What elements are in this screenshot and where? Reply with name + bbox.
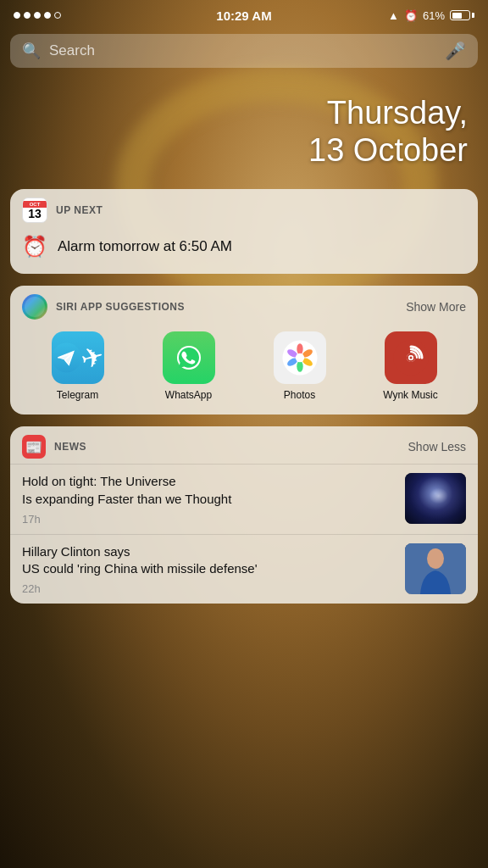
photos-label: Photos: [284, 389, 315, 401]
show-more-button[interactable]: Show More: [406, 300, 466, 314]
app-grid: Telegram WhatsApp: [10, 328, 478, 415]
svg-point-16: [409, 357, 412, 359]
microphone-icon[interactable]: 🎤: [445, 41, 466, 61]
status-time: 10:29 AM: [216, 8, 271, 23]
alarm-row: ⏰ Alarm tomorrow at 6:50 AM: [22, 235, 466, 259]
hillary-thumbnail: STRONGER: [405, 543, 466, 594]
battery-icon: [450, 10, 474, 20]
news-header: 📰 NEWS Show Less: [10, 426, 478, 464]
svg-point-10: [295, 353, 303, 362]
whatsapp-label: WhatsApp: [165, 389, 212, 401]
svg-point-4: [297, 344, 302, 355]
news-time-2: 22h: [22, 582, 395, 595]
telegram-svg: [52, 342, 81, 374]
news-text-2: Hillary Clinton saysUS could 'ring China…: [22, 543, 395, 596]
telegram-icon: [52, 331, 104, 384]
search-bar[interactable]: 🔍 🎤: [10, 34, 478, 68]
siri-title: SIRI APP SUGGESTIONS: [56, 301, 185, 313]
news-thumb-2: STRONGER: [405, 543, 466, 594]
signal-dot-4: [44, 12, 51, 19]
news-icon: 📰: [22, 435, 46, 459]
news-item-1[interactable]: Hold on tight: The UniverseIs expanding …: [10, 464, 478, 534]
status-right: ▲ ⏰ 61%: [388, 9, 474, 22]
galaxy-thumbnail: [405, 473, 466, 524]
date-section: Thursday, 13 October: [0, 78, 488, 189]
news-title: NEWS: [54, 441, 86, 453]
alarm-status-icon: ⏰: [404, 9, 418, 22]
search-icon: 🔍: [22, 42, 41, 60]
up-next-body: ⏰ Alarm tomorrow at 6:50 AM: [10, 228, 478, 274]
whatsapp-icon: [163, 331, 215, 384]
app-item-telegram[interactable]: Telegram: [44, 331, 112, 401]
svg-point-7: [297, 361, 302, 372]
app-item-whatsapp[interactable]: WhatsApp: [155, 331, 223, 401]
telegram-label: Telegram: [57, 389, 98, 401]
news-time-1: 17h: [22, 513, 395, 526]
calendar-icon: OCT 13: [22, 198, 47, 223]
signal-dot-1: [14, 12, 20, 19]
signal-dot-3: [34, 12, 41, 19]
news-text-1: Hold on tight: The UniverseIs expanding …: [22, 473, 395, 526]
wynk-icon: [385, 331, 437, 384]
wynk-svg: [393, 340, 429, 376]
wynk-label: Wynk Music: [383, 389, 438, 401]
search-input[interactable]: [49, 42, 436, 59]
news-headline-1: Hold on tight: The UniverseIs expanding …: [22, 473, 395, 508]
signal-dot-5: [54, 12, 61, 19]
siri-header: SIRI APP SUGGESTIONS Show More: [10, 286, 478, 328]
photos-svg: [281, 339, 319, 376]
alarm-clock-icon: ⏰: [22, 235, 47, 259]
svg-point-18: [427, 548, 444, 569]
alarm-text: Alarm tomorrow at 6:50 AM: [58, 238, 232, 255]
news-item-2[interactable]: Hillary Clinton saysUS could 'ring China…: [10, 534, 478, 604]
show-less-button[interactable]: Show Less: [408, 440, 466, 453]
status-bar: 10:29 AM ▲ ⏰ 61%: [0, 0, 488, 31]
whatsapp-svg: [172, 341, 206, 375]
news-widget: 📰 NEWS Show Less Hold on tight: The Univ…: [10, 426, 478, 604]
app-item-wynk[interactable]: Wynk Music: [377, 331, 445, 401]
siri-icon: [22, 294, 47, 320]
date-line1: Thursday,: [20, 95, 468, 132]
up-next-widget: OCT 13 UP NEXT ⏰ Alarm tomorrow at 6:50 …: [10, 189, 478, 274]
news-headline-2: Hillary Clinton saysUS could 'ring China…: [22, 543, 395, 578]
date-line2: 13 October: [20, 132, 468, 170]
news-header-left: 📰 NEWS: [22, 435, 86, 459]
signal-dot-2: [24, 12, 30, 19]
battery-percent: 61%: [423, 9, 445, 22]
up-next-title: UP NEXT: [56, 204, 103, 216]
signal-dots: [14, 12, 61, 19]
siri-suggestions-widget: SIRI APP SUGGESTIONS Show More: [10, 286, 478, 415]
location-icon: ▲: [388, 9, 399, 22]
hillary-figure: [405, 543, 466, 594]
photos-icon: [274, 331, 326, 384]
up-next-header: OCT 13 UP NEXT: [10, 189, 478, 228]
app-item-photos[interactable]: Photos: [266, 331, 334, 401]
siri-header-left: SIRI APP SUGGESTIONS: [22, 294, 185, 320]
news-thumb-1: [405, 473, 466, 524]
